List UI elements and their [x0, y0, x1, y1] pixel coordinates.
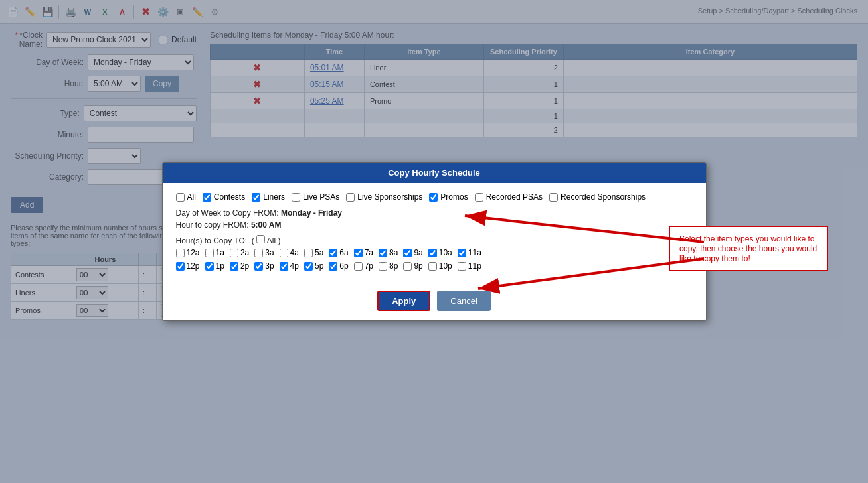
pm-hour-label-12p[interactable]: 12p	[176, 261, 200, 271]
item-type-label-liners[interactable]: Liners	[252, 192, 285, 202]
item-type-label-contests[interactable]: Contests	[203, 192, 245, 202]
day-from-row: Day of Week to Copy FROM: Monday - Frida…	[176, 208, 693, 218]
hours-to-label-row: Hour(s) to Copy TO: ( All )	[176, 235, 693, 245]
am-hour-checkbox-1a[interactable]	[205, 249, 214, 257]
item-type-checkbox-label: All	[187, 192, 196, 202]
pm-hour-label-8p[interactable]: 8p	[379, 261, 398, 271]
am-hours-row: 12a 1a 2a 3a 4a 5a 6a 7a 8a 9a 10a 11a	[176, 248, 693, 257]
tooltip-box: Select the item types you would like to …	[669, 226, 828, 271]
modal-header: Copy Hourly Schedule	[163, 163, 706, 183]
am-hour-label-3a[interactable]: 3a	[254, 248, 274, 257]
am-hour-label-6a[interactable]: 6a	[329, 248, 348, 257]
all-hours-checkbox[interactable]	[256, 235, 265, 243]
am-hour-label-10a[interactable]: 10a	[428, 248, 452, 257]
day-from-value: Monday - Friday	[281, 208, 342, 218]
am-hour-label-4a[interactable]: 4a	[280, 248, 299, 257]
pm-hour-label-9p[interactable]: 9p	[403, 261, 422, 271]
am-hour-label-7a[interactable]: 7a	[354, 248, 373, 257]
item-type-label-recorded-psas[interactable]: Recorded PSAs	[475, 192, 543, 202]
hour-from-row: Hour to copy FROM: 5:00 AM	[176, 220, 693, 230]
item-type-checkbox-label: Live Sponsorships	[357, 192, 422, 202]
item-type-checkbox-contests[interactable]	[203, 193, 211, 202]
pm-hour-checkbox-6p[interactable]	[329, 262, 337, 271]
modal-footer: Apply Cancel	[163, 284, 706, 320]
pm-hours-row: 12p 1p 2p 3p 4p 5p 6p 7p 8p 9p 10p 11p	[176, 261, 693, 271]
am-hour-checkbox-10a[interactable]	[428, 249, 437, 257]
pm-hour-label-1p[interactable]: 1p	[205, 261, 224, 271]
pm-hour-label-10p[interactable]: 10p	[428, 261, 452, 271]
pm-hour-checkbox-3p[interactable]	[254, 262, 263, 271]
item-type-label-promos[interactable]: Promos	[429, 192, 468, 202]
item-type-checkbox-liners[interactable]	[252, 193, 260, 202]
item-type-checkbox-live-psas[interactable]	[292, 193, 300, 202]
pm-hour-checkbox-4p[interactable]	[280, 262, 288, 271]
pm-hour-checkbox-9p[interactable]	[403, 262, 412, 271]
pm-hour-label-3p[interactable]: 3p	[254, 261, 274, 271]
pm-hour-checkbox-8p[interactable]	[379, 262, 387, 271]
pm-hour-checkbox-1p[interactable]	[205, 262, 214, 271]
pm-hour-label-6p[interactable]: 6p	[329, 261, 348, 271]
am-hour-checkbox-7a[interactable]	[354, 249, 363, 257]
am-hour-checkbox-2a[interactable]	[230, 249, 238, 257]
pm-hour-checkbox-10p[interactable]	[428, 262, 437, 271]
item-type-label-live-sponsorships[interactable]: Live Sponsorships	[346, 192, 422, 202]
pm-hour-checkbox-2p[interactable]	[230, 262, 238, 271]
pm-hour-checkbox-12p[interactable]	[176, 262, 185, 271]
apply-button[interactable]: Apply	[377, 291, 430, 311]
am-hour-checkbox-5a[interactable]	[304, 249, 313, 257]
item-type-checkbox-label: Recorded PSAs	[486, 192, 543, 202]
item-type-checkbox-recorded-psas[interactable]	[475, 193, 483, 202]
item-type-checkbox-live-sponsorships[interactable]	[346, 193, 355, 202]
item-type-label-live-psas[interactable]: Live PSAs	[292, 192, 339, 202]
am-hour-label-8a[interactable]: 8a	[379, 248, 398, 257]
item-type-checkbox-recorded-sponsorships[interactable]	[549, 193, 558, 202]
am-hour-label-12a[interactable]: 12a	[176, 248, 200, 257]
am-hour-checkbox-3a[interactable]	[254, 249, 263, 257]
item-type-checkbox-all[interactable]	[176, 193, 185, 202]
pm-hour-label-7p[interactable]: 7p	[354, 261, 373, 271]
hours-to-label: Hour(s) to Copy TO:	[176, 236, 248, 245]
am-hour-checkbox-9a[interactable]	[403, 249, 412, 257]
am-hour-label-11a[interactable]: 11a	[458, 248, 481, 257]
am-hour-label-1a[interactable]: 1a	[205, 248, 224, 257]
all-hours-label[interactable]: All	[256, 236, 276, 245]
pm-hour-checkbox-5p[interactable]	[304, 262, 313, 271]
pm-hour-label-11p[interactable]: 11p	[458, 261, 481, 271]
am-hour-checkbox-4a[interactable]	[280, 249, 288, 257]
am-hour-checkbox-6a[interactable]	[329, 249, 337, 257]
item-type-checkbox-promos[interactable]	[429, 193, 438, 202]
item-type-checkbox-label: Liners	[263, 192, 285, 202]
item-type-checkbox-label: Contests	[214, 192, 245, 202]
pm-hour-label-2p[interactable]: 2p	[230, 261, 249, 271]
am-hour-checkbox-11a[interactable]	[458, 249, 466, 257]
cancel-button[interactable]: Cancel	[437, 291, 490, 311]
item-type-checkbox-label: Live PSAs	[303, 192, 339, 202]
pm-hour-label-4p[interactable]: 4p	[280, 261, 299, 271]
am-hour-checkbox-12a[interactable]	[176, 249, 185, 257]
pm-hour-label-5p[interactable]: 5p	[304, 261, 323, 271]
item-type-label-recorded-sponsorships[interactable]: Recorded Sponsorships	[549, 192, 646, 202]
am-hour-label-2a[interactable]: 2a	[230, 248, 249, 257]
am-hour-label-9a[interactable]: 9a	[403, 248, 422, 257]
item-type-checkbox-label: Promos	[440, 192, 468, 202]
pm-hour-checkbox-7p[interactable]	[354, 262, 363, 271]
am-hour-label-5a[interactable]: 5a	[304, 248, 323, 257]
day-from-label: Day of Week to Copy FROM:	[176, 208, 279, 218]
hour-from-label: Hour to copy FROM:	[176, 220, 249, 230]
hour-from-value: 5:00 AM	[251, 220, 282, 230]
item-types-row: All Contests Liners Live PSAs Live Spons…	[176, 192, 693, 202]
pm-hour-checkbox-11p[interactable]	[458, 262, 466, 271]
modal-overlay[interactable]: Copy Hourly Schedule All Contests Liners…	[0, 0, 868, 483]
item-type-label-all[interactable]: All	[176, 192, 196, 202]
modal-body: All Contests Liners Live PSAs Live Spons…	[163, 183, 706, 284]
am-hour-checkbox-8a[interactable]	[379, 249, 387, 257]
copy-hourly-schedule-modal: Copy Hourly Schedule All Contests Liners…	[162, 162, 707, 321]
tooltip-text: Select the item types you would like to …	[679, 234, 817, 263]
item-type-checkbox-label: Recorded Sponsorships	[561, 192, 646, 202]
